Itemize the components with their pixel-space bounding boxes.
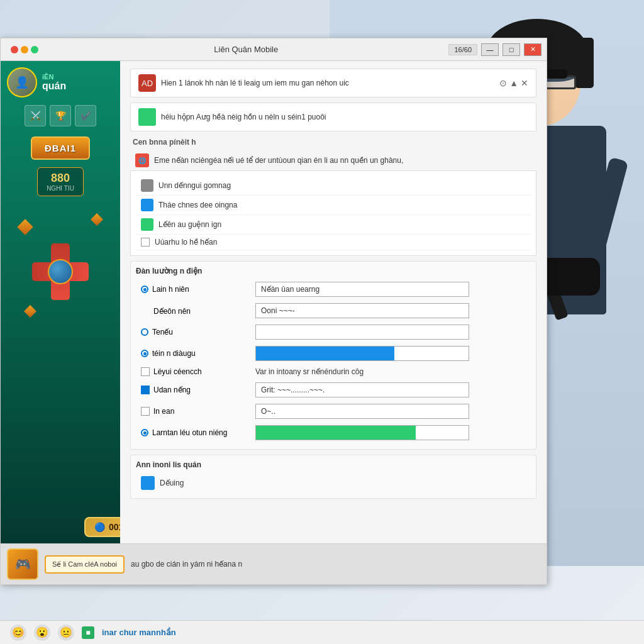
sidebar-coin: 🔵 00120: [84, 517, 120, 537]
notification-text-2: héiu hộpn Aưg hềà nèig hồn u nèln u séin…: [161, 113, 326, 121]
bottom-option-icon: [141, 476, 155, 490]
field-label-0: Lain h niên: [152, 285, 189, 294]
sidebar-avatar: 👤: [7, 67, 37, 97]
field-input-0[interactable]: [255, 282, 469, 297]
notification-icon-2: [138, 108, 156, 126]
sidebar-header: 👤 iÊN quán: [7, 67, 114, 97]
taskbar-text: au gbo de cián in yám ni hếana n: [131, 560, 242, 569]
status-bar: 😊 😮 😐 ■ inar chur mannhần: [0, 620, 644, 644]
field-label-5: Udan nếng: [153, 386, 191, 394]
checkbox-4[interactable]: [141, 367, 150, 376]
option-icon-0: [141, 179, 153, 192]
field-row-6: In ean: [136, 401, 531, 421]
option-label-0: Unn dếnngui gomnag: [158, 181, 231, 190]
field-row-5: Udan nếng: [136, 380, 531, 400]
sidebar-icon-2[interactable]: 🏆: [50, 105, 71, 126]
field-label-3: téin n diàugu: [152, 349, 196, 358]
subsection: Đàn luường n điện Lain h niên Dếeôn nên: [130, 261, 536, 450]
field-row-3: téin n diàugu: [136, 343, 531, 364]
field-value-4: Var in intoany sr nếnéndurin côg: [255, 367, 364, 376]
main-option-text: Eme nếàn ncièngéa nếi ué tể der untùoun …: [154, 156, 403, 165]
option-label-2: Lếên au guệnn ign: [158, 220, 221, 229]
currency-amount: 880: [47, 172, 74, 185]
maximize-button[interactable]: □: [502, 43, 520, 56]
field-row-7: Larntan léu otun niéng: [136, 423, 531, 443]
option-label-3: Uúarhu lo hề hếan: [155, 238, 217, 247]
coin-icon: 🔵: [94, 522, 105, 532]
field-row-2: Tenếu: [136, 322, 531, 342]
coin-amount: 00120: [109, 522, 120, 532]
field-input-6[interactable]: [255, 404, 469, 419]
bottom-option-label: Dếuing: [160, 479, 184, 487]
sidebar-title-part2: quán: [42, 80, 66, 92]
notification-text-1: Hien 1 lánok hh nàn lé ti leaig um iem m…: [161, 79, 349, 87]
gem-area: [7, 209, 114, 335]
field-row-4: Léyui céencch Var in intoany sr nếnéndur…: [136, 365, 531, 379]
field-label-4: Léyui céencch: [153, 367, 202, 376]
bottom-section-title: Ann inoni lis quán: [136, 460, 531, 469]
option-item-0: Unn dếnngui gomnag: [136, 176, 531, 196]
notification-bar-1: AD Hien 1 lánok hh nàn lé ti leaig um ie…: [130, 69, 536, 97]
notification-actions[interactable]: ⊙ ▲ ✕: [499, 78, 528, 88]
status-icon-2[interactable]: 😮: [34, 625, 50, 641]
option-item-3[interactable]: Uúarhu lo hề hếan: [136, 235, 531, 250]
radio-3[interactable]: [141, 350, 148, 357]
radio-2[interactable]: [141, 328, 148, 336]
option-icon-2: [141, 218, 153, 231]
sidebar-icon-3[interactable]: ✔️: [75, 105, 96, 126]
main-option-icon: 🌐: [135, 153, 149, 167]
option-item-1: Tháe chnes dee oingna: [136, 196, 531, 215]
minimize-chrome-btn[interactable]: [21, 46, 28, 53]
notification-icon-ad: AD: [138, 74, 156, 92]
main-window: Liên Quân Mobile 16/60 — □ ✕ 👤 iÊN quán …: [0, 38, 547, 585]
option-checkbox-3[interactable]: [141, 238, 150, 247]
sidebar-title-part1: iÊN: [42, 73, 66, 80]
section-cen-title: Cen bnna pínèit h: [130, 138, 536, 147]
minimize-button[interactable]: —: [481, 43, 499, 56]
taskbar-button[interactable]: Sế li Cam cIéA noboi: [45, 555, 125, 574]
radio-0[interactable]: [141, 286, 148, 293]
sidebar-icon-1[interactable]: ⚔️: [25, 105, 46, 126]
title-bar: Liên Quân Mobile 16/60 — □ ✕: [1, 38, 547, 61]
field-input-5[interactable]: [255, 382, 469, 397]
field-input-2[interactable]: [255, 325, 469, 340]
currency-label: NGHI TIU: [47, 185, 74, 192]
field-row-0: Lain h niên: [136, 279, 531, 299]
main-option-item: 🌐 Eme nếàn ncièngéa nếi ué tể der untùou…: [130, 150, 536, 170]
status-icon-3[interactable]: 😐: [58, 625, 74, 641]
checkbox-6[interactable]: [141, 407, 150, 416]
taskbar-app-icon[interactable]: 🎮: [7, 548, 38, 580]
battle-button[interactable]: ĐBAI1: [31, 136, 90, 160]
options-list: Unn dếnngui gomnag Tháe chnes dee oingna…: [130, 170, 536, 256]
notification-bar-2: héiu hộpn Aưg hềà nèig hồn u nèln u séin…: [130, 103, 536, 131]
gem-decoration: [32, 243, 89, 300]
status-text: inar chur mannhần: [102, 628, 176, 637]
radio-7[interactable]: [141, 429, 148, 436]
status-icon-1[interactable]: 😊: [10, 625, 26, 641]
game-sidebar: 👤 iÊN quán ⚔️ 🏆 ✔️ ĐBAI1 880 NGHI TIU: [1, 61, 120, 543]
bottom-option-item: Dếuing: [136, 473, 531, 493]
maximize-chrome-btn[interactable]: [31, 46, 38, 53]
field-input-1[interactable]: [255, 303, 469, 318]
close-chrome-btn[interactable]: [11, 46, 18, 53]
option-item-2: Lếên au guệnn ign: [136, 215, 531, 235]
field-input-3[interactable]: [255, 346, 469, 361]
option-label-1: Tháe chnes dee oingna: [158, 201, 237, 209]
settings-panel: AD Hien 1 lánok hh nàn lé ti leaig um ie…: [120, 61, 547, 543]
window-taskbar: 🎮 Sế li Cam cIéA noboi au gbo de cián in…: [1, 543, 547, 584]
taskbar-button-label: Sế li Cam cIéA noboi: [52, 560, 117, 568]
subsection-title: Đàn luường n điện: [136, 267, 531, 275]
status-green-icon: ■: [82, 626, 94, 639]
field-row-1: Dếeôn nên: [136, 301, 531, 321]
progress-label: 16/60: [448, 44, 477, 55]
field-label-2: Tenếu: [152, 328, 173, 336]
window-title: Liên Quân Mobile: [43, 45, 448, 54]
checkbox-5[interactable]: [141, 386, 150, 394]
field-label-1: Dếeôn nên: [153, 307, 191, 316]
currency-box: 880 NGHI TIU: [37, 167, 84, 196]
field-input-7[interactable]: [255, 425, 469, 440]
sidebar-icons: ⚔️ 🏆 ✔️: [25, 105, 96, 126]
field-label-7: Larntan léu otun niéng: [152, 428, 227, 437]
close-button[interactable]: ✕: [524, 43, 541, 56]
bottom-subsection: Ann inoni lis quán Dếuing: [130, 455, 536, 499]
